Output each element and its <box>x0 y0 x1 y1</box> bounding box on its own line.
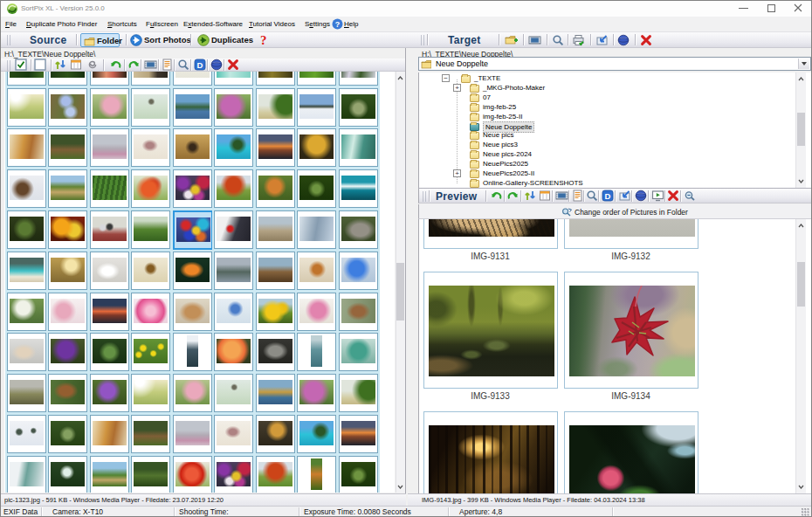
svg-text:D: D <box>197 60 203 70</box>
svg-text:?: ? <box>335 20 341 29</box>
svg-text:D: D <box>605 191 611 201</box>
